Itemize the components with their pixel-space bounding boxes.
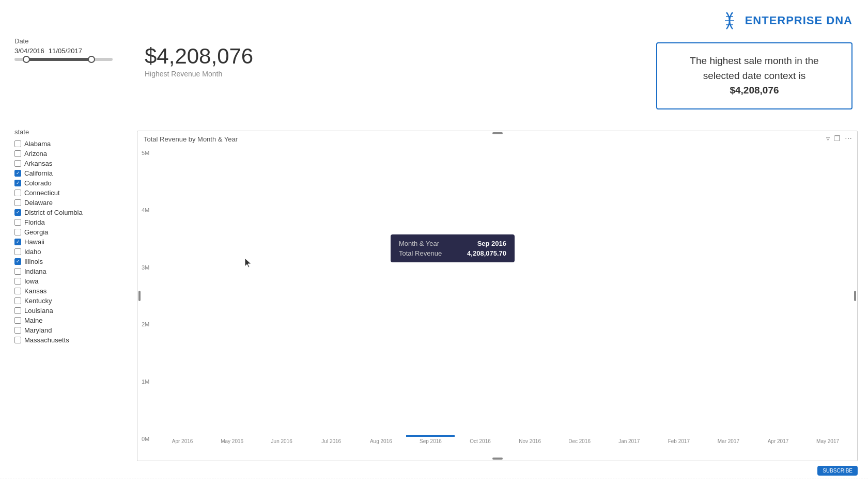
state-item[interactable]: Massachusetts	[14, 336, 133, 344]
state-checkbox[interactable]	[14, 258, 21, 265]
state-checkbox[interactable]	[14, 268, 21, 275]
bottom-bar	[0, 479, 868, 488]
state-checkbox[interactable]	[14, 297, 21, 304]
state-checkbox[interactable]	[14, 327, 21, 334]
bar-group[interactable]: Oct 2016	[456, 437, 504, 444]
more-icon[interactable]: ⋯	[845, 134, 852, 143]
state-item[interactable]: Florida	[14, 218, 133, 226]
state-item[interactable]: Delaware	[14, 199, 133, 207]
kpi-area: $4,208,076 Highest Revenue Month	[145, 44, 253, 78]
state-item[interactable]: Arkansas	[14, 160, 133, 167]
state-item[interactable]: Kentucky	[14, 297, 133, 305]
state-checkbox[interactable]	[14, 278, 21, 285]
state-item[interactable]: District of Columbia	[14, 209, 133, 216]
subscribe-button[interactable]: SUBSCRIBE	[817, 466, 858, 476]
state-checkbox[interactable]	[14, 248, 21, 255]
state-item[interactable]: Maryland	[14, 326, 133, 334]
bars-area: Apr 2016May 2016Jun 2016Jul 2016Aug 2016…	[158, 150, 852, 444]
date-label: Date	[14, 37, 113, 45]
filter-icon[interactable]: ▿	[826, 134, 830, 143]
state-item[interactable]: Maine	[14, 317, 133, 324]
state-name: Illinois	[24, 258, 43, 265]
bar-group[interactable]: Jun 2016	[257, 437, 306, 444]
logo-text: ENTERPRISE DNA	[745, 14, 853, 27]
bar-group[interactable]: Jan 2017	[605, 437, 654, 444]
state-item[interactable]: Iowa	[14, 277, 133, 285]
state-checkbox[interactable]	[14, 150, 21, 157]
state-item[interactable]: Connecticut	[14, 189, 133, 197]
bar-group[interactable]: Apr 2016	[158, 437, 207, 444]
x-axis-label: Apr 2017	[768, 438, 789, 444]
state-checkbox[interactable]	[14, 209, 21, 216]
bar-group[interactable]: Feb 2017	[655, 437, 703, 444]
state-checkbox[interactable]	[14, 239, 21, 245]
chart-body: 5M4M3M2M1M0M Apr 2016May 2016Jun 2016Jul…	[137, 148, 857, 444]
state-name: Indiana	[24, 267, 47, 275]
state-checkbox[interactable]	[14, 219, 21, 226]
state-name: Alabama	[24, 140, 51, 148]
dna-icon	[718, 9, 741, 32]
state-name: Maryland	[24, 326, 52, 334]
state-name: Kansas	[24, 287, 47, 295]
state-checkbox[interactable]	[14, 190, 21, 196]
y-axis: 5M4M3M2M1M0M	[142, 148, 149, 444]
state-checkbox[interactable]	[14, 140, 21, 147]
state-name: Colorado	[24, 179, 52, 187]
state-checkbox[interactable]	[14, 199, 21, 206]
state-name: Massachusetts	[24, 336, 69, 344]
bar-group[interactable]: Apr 2017	[754, 437, 802, 444]
resize-bottom[interactable]	[492, 458, 503, 460]
state-checkbox[interactable]	[14, 317, 21, 324]
state-item[interactable]: California	[14, 169, 133, 177]
state-name: California	[24, 169, 53, 177]
x-axis-label: Sep 2016	[420, 438, 442, 444]
state-filter-label: state	[14, 128, 133, 136]
state-item[interactable]: Arizona	[14, 150, 133, 158]
date-end[interactable]: 11/05/2017	[49, 47, 82, 55]
state-name: Kentucky	[24, 297, 52, 305]
x-axis-label: Jul 2016	[321, 438, 341, 444]
state-item[interactable]: Hawaii	[14, 238, 133, 246]
state-item[interactable]: Colorado	[14, 179, 133, 187]
state-name: Delaware	[24, 199, 53, 207]
state-name: Idaho	[24, 248, 41, 256]
bar-group[interactable]: May 2017	[803, 437, 852, 444]
state-name: Iowa	[24, 277, 38, 285]
state-checkbox[interactable]	[14, 307, 21, 314]
state-item[interactable]: Kansas	[14, 287, 133, 295]
state-checkbox[interactable]	[14, 160, 21, 167]
state-item[interactable]: Indiana	[14, 267, 133, 275]
bar[interactable]	[406, 435, 455, 437]
kpi-label: Highest Revenue Month	[145, 70, 253, 78]
date-slider[interactable]	[14, 58, 113, 61]
bar-group[interactable]: Dec 2016	[555, 437, 604, 444]
bar-group[interactable]: Sep 2016	[406, 435, 455, 444]
date-start[interactable]: 3/04/2016	[14, 47, 44, 55]
info-box-text: The highest sale month in the selected d…	[670, 54, 839, 98]
state-checkbox[interactable]	[14, 170, 21, 177]
bar-group[interactable]: Aug 2016	[357, 437, 405, 444]
state-checkbox[interactable]	[14, 337, 21, 343]
info-box: The highest sale month in the selected d…	[656, 42, 853, 109]
state-checkbox[interactable]	[14, 288, 21, 294]
state-item[interactable]: Georgia	[14, 228, 133, 236]
expand-icon[interactable]: ❐	[834, 134, 841, 143]
bar-group[interactable]: May 2016	[208, 437, 256, 444]
y-axis-label: 1M	[142, 379, 149, 385]
state-checkbox[interactable]	[14, 180, 21, 186]
chart-container: Total Revenue by Month & Year ▿ ❐ ⋯ 5M4M…	[137, 131, 858, 461]
bar-group[interactable]: Jul 2016	[307, 437, 355, 444]
state-item[interactable]: Louisiana	[14, 307, 133, 314]
state-name: Louisiana	[24, 307, 53, 314]
resize-top[interactable]	[492, 132, 503, 134]
bar-group[interactable]: Mar 2017	[704, 437, 753, 444]
state-item[interactable]: Illinois	[14, 258, 133, 265]
x-axis-label: Aug 2016	[370, 438, 392, 444]
state-item[interactable]: Idaho	[14, 248, 133, 256]
bar-group[interactable]: Nov 2016	[506, 437, 554, 444]
state-name: Hawaii	[24, 238, 44, 246]
state-checkbox[interactable]	[14, 229, 21, 235]
state-item[interactable]: Alabama	[14, 140, 133, 148]
x-axis-label: May 2017	[816, 438, 839, 444]
y-axis-label: 3M	[142, 264, 149, 271]
